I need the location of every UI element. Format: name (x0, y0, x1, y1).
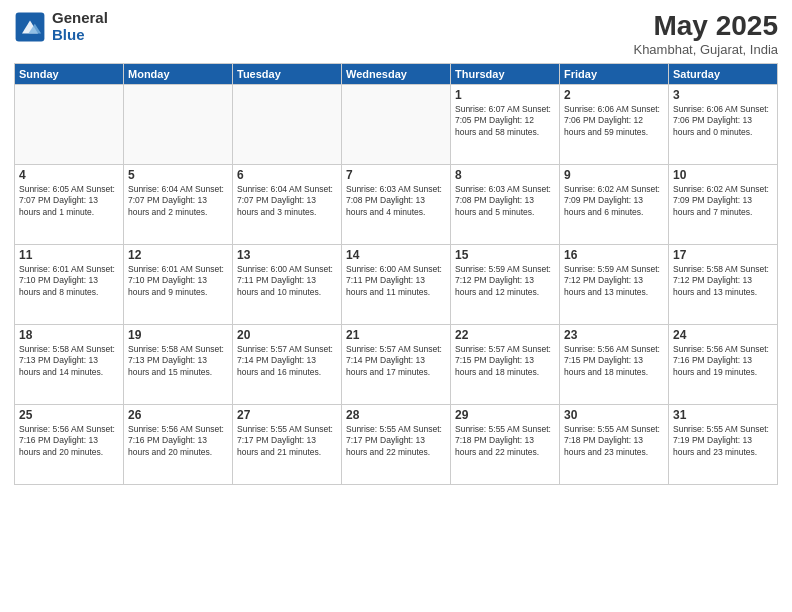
col-thursday: Thursday (451, 64, 560, 85)
day-number: 24 (673, 328, 773, 342)
day-cell: 26Sunrise: 5:56 AM Sunset: 7:16 PM Dayli… (124, 405, 233, 485)
day-info: Sunrise: 6:03 AM Sunset: 7:08 PM Dayligh… (455, 184, 555, 218)
day-info: Sunrise: 6:06 AM Sunset: 7:06 PM Dayligh… (564, 104, 664, 138)
day-cell: 9Sunrise: 6:02 AM Sunset: 7:09 PM Daylig… (560, 165, 669, 245)
day-info: Sunrise: 5:55 AM Sunset: 7:17 PM Dayligh… (346, 424, 446, 458)
logo-general-text: General (52, 10, 108, 27)
day-info: Sunrise: 6:06 AM Sunset: 7:06 PM Dayligh… (673, 104, 773, 138)
day-number: 11 (19, 248, 119, 262)
day-info: Sunrise: 5:56 AM Sunset: 7:16 PM Dayligh… (19, 424, 119, 458)
day-info: Sunrise: 5:55 AM Sunset: 7:19 PM Dayligh… (673, 424, 773, 458)
col-monday: Monday (124, 64, 233, 85)
day-cell: 17Sunrise: 5:58 AM Sunset: 7:12 PM Dayli… (669, 245, 778, 325)
week-row-4: 18Sunrise: 5:58 AM Sunset: 7:13 PM Dayli… (15, 325, 778, 405)
day-cell: 4Sunrise: 6:05 AM Sunset: 7:07 PM Daylig… (15, 165, 124, 245)
day-number: 16 (564, 248, 664, 262)
day-cell: 16Sunrise: 5:59 AM Sunset: 7:12 PM Dayli… (560, 245, 669, 325)
day-number: 3 (673, 88, 773, 102)
day-number: 2 (564, 88, 664, 102)
day-number: 9 (564, 168, 664, 182)
day-cell: 2Sunrise: 6:06 AM Sunset: 7:06 PM Daylig… (560, 85, 669, 165)
day-info: Sunrise: 6:07 AM Sunset: 7:05 PM Dayligh… (455, 104, 555, 138)
col-tuesday: Tuesday (233, 64, 342, 85)
day-cell: 13Sunrise: 6:00 AM Sunset: 7:11 PM Dayli… (233, 245, 342, 325)
day-cell (15, 85, 124, 165)
logo-icon (14, 11, 46, 43)
col-sunday: Sunday (15, 64, 124, 85)
day-number: 22 (455, 328, 555, 342)
week-row-5: 25Sunrise: 5:56 AM Sunset: 7:16 PM Dayli… (15, 405, 778, 485)
day-info: Sunrise: 5:56 AM Sunset: 7:15 PM Dayligh… (564, 344, 664, 378)
day-info: Sunrise: 6:04 AM Sunset: 7:07 PM Dayligh… (128, 184, 228, 218)
day-number: 14 (346, 248, 446, 262)
day-number: 29 (455, 408, 555, 422)
week-row-1: 1Sunrise: 6:07 AM Sunset: 7:05 PM Daylig… (15, 85, 778, 165)
day-number: 15 (455, 248, 555, 262)
day-number: 6 (237, 168, 337, 182)
day-info: Sunrise: 5:56 AM Sunset: 7:16 PM Dayligh… (673, 344, 773, 378)
day-number: 27 (237, 408, 337, 422)
day-info: Sunrise: 6:05 AM Sunset: 7:07 PM Dayligh… (19, 184, 119, 218)
day-cell: 18Sunrise: 5:58 AM Sunset: 7:13 PM Dayli… (15, 325, 124, 405)
day-info: Sunrise: 5:57 AM Sunset: 7:14 PM Dayligh… (346, 344, 446, 378)
day-info: Sunrise: 6:04 AM Sunset: 7:07 PM Dayligh… (237, 184, 337, 218)
day-cell: 21Sunrise: 5:57 AM Sunset: 7:14 PM Dayli… (342, 325, 451, 405)
day-number: 5 (128, 168, 228, 182)
day-number: 31 (673, 408, 773, 422)
day-cell: 25Sunrise: 5:56 AM Sunset: 7:16 PM Dayli… (15, 405, 124, 485)
day-info: Sunrise: 5:58 AM Sunset: 7:13 PM Dayligh… (128, 344, 228, 378)
day-info: Sunrise: 6:02 AM Sunset: 7:09 PM Dayligh… (564, 184, 664, 218)
day-info: Sunrise: 5:57 AM Sunset: 7:15 PM Dayligh… (455, 344, 555, 378)
day-cell: 23Sunrise: 5:56 AM Sunset: 7:15 PM Dayli… (560, 325, 669, 405)
day-info: Sunrise: 6:01 AM Sunset: 7:10 PM Dayligh… (128, 264, 228, 298)
day-info: Sunrise: 6:03 AM Sunset: 7:08 PM Dayligh… (346, 184, 446, 218)
day-number: 25 (19, 408, 119, 422)
day-info: Sunrise: 5:56 AM Sunset: 7:16 PM Dayligh… (128, 424, 228, 458)
day-cell (124, 85, 233, 165)
day-info: Sunrise: 5:57 AM Sunset: 7:14 PM Dayligh… (237, 344, 337, 378)
day-number: 17 (673, 248, 773, 262)
col-saturday: Saturday (669, 64, 778, 85)
logo-blue-text: Blue (52, 27, 108, 44)
day-info: Sunrise: 5:59 AM Sunset: 7:12 PM Dayligh… (455, 264, 555, 298)
day-cell: 15Sunrise: 5:59 AM Sunset: 7:12 PM Dayli… (451, 245, 560, 325)
page: General Blue May 2025 Khambhat, Gujarat,… (0, 0, 792, 612)
logo: General Blue (14, 10, 108, 43)
day-number: 23 (564, 328, 664, 342)
day-number: 19 (128, 328, 228, 342)
day-info: Sunrise: 5:55 AM Sunset: 7:17 PM Dayligh… (237, 424, 337, 458)
day-number: 10 (673, 168, 773, 182)
day-info: Sunrise: 5:59 AM Sunset: 7:12 PM Dayligh… (564, 264, 664, 298)
title-area: May 2025 Khambhat, Gujarat, India (633, 10, 778, 57)
day-cell: 24Sunrise: 5:56 AM Sunset: 7:16 PM Dayli… (669, 325, 778, 405)
day-number: 28 (346, 408, 446, 422)
day-cell: 5Sunrise: 6:04 AM Sunset: 7:07 PM Daylig… (124, 165, 233, 245)
day-cell: 6Sunrise: 6:04 AM Sunset: 7:07 PM Daylig… (233, 165, 342, 245)
day-info: Sunrise: 6:00 AM Sunset: 7:11 PM Dayligh… (237, 264, 337, 298)
day-cell: 7Sunrise: 6:03 AM Sunset: 7:08 PM Daylig… (342, 165, 451, 245)
day-cell: 11Sunrise: 6:01 AM Sunset: 7:10 PM Dayli… (15, 245, 124, 325)
day-cell: 31Sunrise: 5:55 AM Sunset: 7:19 PM Dayli… (669, 405, 778, 485)
day-cell: 22Sunrise: 5:57 AM Sunset: 7:15 PM Dayli… (451, 325, 560, 405)
day-cell: 28Sunrise: 5:55 AM Sunset: 7:17 PM Dayli… (342, 405, 451, 485)
col-wednesday: Wednesday (342, 64, 451, 85)
day-info: Sunrise: 5:55 AM Sunset: 7:18 PM Dayligh… (564, 424, 664, 458)
day-info: Sunrise: 6:02 AM Sunset: 7:09 PM Dayligh… (673, 184, 773, 218)
day-number: 26 (128, 408, 228, 422)
day-cell: 1Sunrise: 6:07 AM Sunset: 7:05 PM Daylig… (451, 85, 560, 165)
day-cell: 27Sunrise: 5:55 AM Sunset: 7:17 PM Dayli… (233, 405, 342, 485)
day-cell: 3Sunrise: 6:06 AM Sunset: 7:06 PM Daylig… (669, 85, 778, 165)
header-row: Sunday Monday Tuesday Wednesday Thursday… (15, 64, 778, 85)
day-info: Sunrise: 6:01 AM Sunset: 7:10 PM Dayligh… (19, 264, 119, 298)
day-cell: 10Sunrise: 6:02 AM Sunset: 7:09 PM Dayli… (669, 165, 778, 245)
logo-text: General Blue (52, 10, 108, 43)
day-info: Sunrise: 5:58 AM Sunset: 7:12 PM Dayligh… (673, 264, 773, 298)
day-cell (233, 85, 342, 165)
calendar-body: 1Sunrise: 6:07 AM Sunset: 7:05 PM Daylig… (15, 85, 778, 485)
day-cell: 8Sunrise: 6:03 AM Sunset: 7:08 PM Daylig… (451, 165, 560, 245)
day-number: 18 (19, 328, 119, 342)
col-friday: Friday (560, 64, 669, 85)
day-number: 21 (346, 328, 446, 342)
day-cell (342, 85, 451, 165)
day-number: 20 (237, 328, 337, 342)
